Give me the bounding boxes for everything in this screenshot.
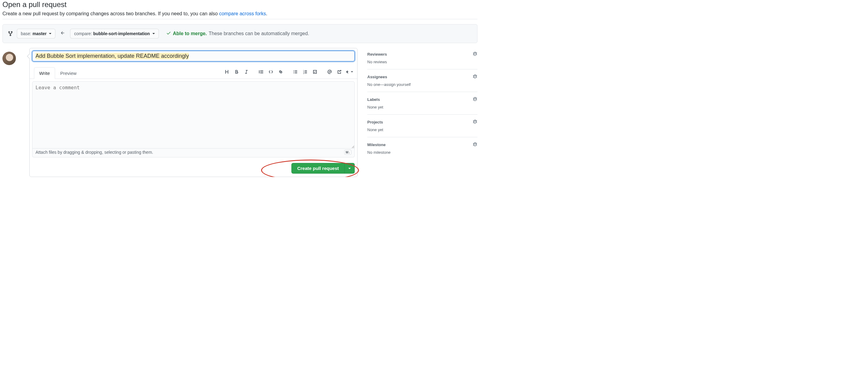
editor-tabs-row: Write Preview: [30, 66, 357, 79]
compare-bar: base: master compare: bubble-sort-implem…: [2, 24, 477, 43]
labels-value: None yet: [367, 105, 477, 109]
projects-block: Projects None yet: [367, 115, 477, 137]
pr-title-input[interactable]: [32, 51, 355, 62]
comment-textarea[interactable]: [32, 81, 355, 148]
bold-icon[interactable]: [232, 68, 241, 76]
labels-block: Labels None yet: [367, 92, 477, 115]
assignees-value: No one—assign yourself: [367, 82, 477, 87]
create-pr-dropdown[interactable]: [345, 163, 354, 173]
tab-write[interactable]: Write: [34, 67, 55, 79]
compare-value: bubble-sort-implementation: [93, 31, 150, 37]
cross-reference-icon[interactable]: [335, 68, 344, 76]
assignees-value-pre: No one—: [367, 82, 384, 87]
link-icon[interactable]: [276, 68, 285, 76]
base-branch-dropdown[interactable]: base: master: [17, 29, 55, 38]
heading-icon[interactable]: [222, 68, 231, 76]
arrow-left-icon: [59, 31, 66, 37]
caret-down-icon: [152, 33, 155, 35]
create-pr-split-button: Create pull request: [291, 163, 355, 174]
milestone-value: No milestone: [367, 150, 477, 155]
assignees-block: Assignees No one—assign yourself: [367, 69, 477, 92]
gear-icon[interactable]: [472, 97, 477, 102]
base-label: base:: [21, 31, 31, 37]
merge-desc-text: These branches can be automatically merg…: [209, 31, 309, 36]
gear-icon[interactable]: [472, 119, 477, 125]
create-pr-button[interactable]: Create pull request: [292, 163, 345, 173]
attach-hint-text: Attach files by dragging & dropping, sel…: [35, 150, 153, 155]
markdown-icon[interactable]: M↓: [344, 150, 351, 155]
compare-label: compare:: [74, 31, 92, 37]
ordered-list-icon[interactable]: [301, 68, 309, 76]
assign-yourself-link[interactable]: assign yourself: [384, 82, 411, 87]
code-icon[interactable]: [267, 68, 275, 76]
page-header: Open a pull request Create a new pull re…: [2, 0, 477, 19]
check-icon: [166, 31, 171, 37]
page-title: Open a pull request: [2, 0, 477, 9]
italic-icon[interactable]: [242, 68, 251, 76]
assignees-title: Assignees: [367, 75, 387, 79]
comment-box: Write Preview: [29, 48, 358, 177]
markdown-toolbar: [221, 66, 355, 78]
avatar[interactable]: [2, 52, 16, 65]
sidebar: Reviewers No reviews Assignees No one—as…: [367, 48, 477, 177]
compare-across-forks-link[interactable]: compare across forks: [219, 11, 266, 16]
reviewers-title: Reviewers: [367, 52, 387, 57]
reviewers-value: No reviews: [367, 60, 477, 64]
compare-branch-dropdown[interactable]: compare: bubble-sort-implementation: [70, 29, 159, 38]
base-value: master: [32, 31, 46, 37]
git-compare-icon: [8, 31, 13, 36]
reviewers-block: Reviewers No reviews: [367, 48, 477, 69]
subtitle-post: .: [266, 11, 267, 16]
caret-down-icon: [348, 168, 351, 170]
milestone-title: Milestone: [367, 142, 385, 147]
caret-down-icon: [49, 33, 52, 35]
gear-icon[interactable]: [472, 142, 477, 147]
merge-status: Able to merge. These branches can be aut…: [166, 31, 309, 37]
gear-icon[interactable]: [472, 52, 477, 57]
gear-icon[interactable]: [472, 74, 477, 79]
projects-title: Projects: [367, 120, 383, 125]
attach-files-row[interactable]: Attach files by dragging & dropping, sel…: [32, 147, 355, 157]
milestone-block: Milestone No milestone: [367, 137, 477, 160]
mention-icon[interactable]: [326, 68, 334, 76]
labels-title: Labels: [367, 97, 380, 102]
merge-ok-text: Able to merge.: [173, 31, 207, 36]
caret-down-icon: [351, 71, 353, 74]
tab-preview[interactable]: Preview: [55, 67, 82, 79]
tasklist-icon[interactable]: [311, 68, 319, 76]
unordered-list-icon[interactable]: [291, 68, 300, 76]
subtitle-text: Create a new pull request by comparing c…: [2, 11, 219, 16]
reply-icon[interactable]: [345, 68, 353, 76]
page-subtitle: Create a new pull request by comparing c…: [2, 11, 477, 16]
quote-icon[interactable]: [257, 68, 266, 76]
projects-value: None yet: [367, 128, 477, 132]
